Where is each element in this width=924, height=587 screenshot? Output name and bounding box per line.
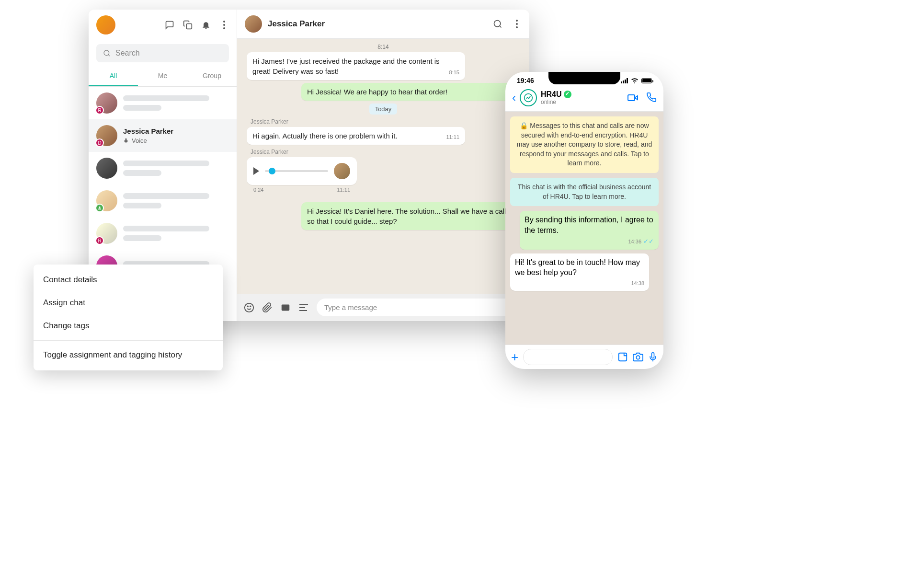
message-composer: Type a message (237, 294, 529, 321)
context-menu: Contact details Assign chat Change tags … (34, 265, 223, 370)
svg-point-11 (247, 306, 248, 307)
business-name: HR4U (541, 90, 562, 99)
business-avatar[interactable] (520, 89, 537, 106)
phone-messages: 🔒 Messages to this chat and calls are no… (505, 112, 663, 345)
chat-item[interactable] (89, 152, 237, 184)
phone-notch (548, 72, 620, 84)
svg-point-10 (245, 303, 253, 311)
svg-point-4 (104, 50, 109, 56)
tab-all[interactable]: All (89, 66, 138, 86)
message-out: Hi Jessica! We are happy to hear that or… (301, 83, 520, 101)
online-status: online (541, 99, 571, 105)
menu-change-tags[interactable]: Change tags (34, 314, 223, 337)
tab-group[interactable]: Group (187, 66, 237, 86)
badge: R (95, 106, 104, 115)
wifi-icon (631, 78, 639, 83)
menu-contact-details[interactable]: Contact details (34, 268, 223, 291)
signal-icon (621, 78, 628, 83)
conversation-title: Jessica Parker (268, 19, 325, 29)
chat-item[interactable] (89, 184, 237, 217)
search-input[interactable]: Search (96, 44, 229, 62)
sender-label: Jessica Parker (251, 118, 520, 125)
svg-point-2 (223, 24, 225, 26)
svg-point-3 (223, 27, 225, 29)
svg-rect-18 (628, 95, 635, 101)
messages-icon[interactable] (165, 20, 174, 30)
phone-chat-header: ‹ HR4U online (505, 86, 663, 112)
phone-mockup: 19:46 ‹ HR4U online 🔒 Messages to this c… (505, 72, 663, 369)
svg-rect-13 (282, 304, 290, 311)
svg-point-12 (250, 306, 251, 307)
camera-icon[interactable] (633, 352, 643, 362)
format-icon[interactable] (298, 302, 309, 313)
back-icon[interactable]: ‹ (512, 91, 516, 104)
phone-input[interactable] (523, 349, 613, 365)
voice-time: 11:11 (337, 187, 350, 193)
message-out: Hi Jessica! It's Daniel here. The soluti… (301, 202, 520, 230)
conversation: Jessica Parker 8:14 Hi James! I've just … (237, 10, 529, 321)
bell-icon[interactable] (201, 20, 211, 30)
search-icon[interactable] (493, 19, 502, 29)
svg-point-7 (516, 20, 518, 22)
voice-duration: 0:24 (253, 187, 263, 193)
mic-icon (123, 138, 129, 144)
badge: D (95, 138, 104, 147)
menu-divider (34, 340, 223, 341)
svg-point-5 (99, 207, 100, 208)
chat-item-selected[interactable]: D Jessica Parker Voice (89, 119, 237, 152)
mic-icon[interactable] (648, 352, 658, 362)
user-avatar[interactable] (96, 15, 115, 35)
read-ticks-icon: ✓✓ (643, 237, 654, 246)
voice-avatar (334, 163, 350, 179)
date-chip: Today (247, 104, 520, 115)
phone-icon[interactable] (646, 92, 657, 103)
menu-toggle-history[interactable]: Toggle assignment and tagging history (34, 344, 223, 367)
svg-point-9 (516, 26, 518, 28)
message-in: Hi James! I've just received the package… (247, 52, 465, 80)
conversation-avatar[interactable] (245, 15, 262, 33)
badge (95, 204, 104, 212)
svg-point-6 (494, 21, 501, 27)
voice-message[interactable] (247, 157, 357, 185)
status-time: 19:46 (517, 77, 534, 84)
chat-name: Jessica Parker (123, 127, 229, 135)
search-icon (103, 49, 111, 57)
play-icon[interactable] (253, 167, 259, 175)
emoji-icon[interactable] (244, 302, 254, 313)
svg-rect-19 (619, 353, 627, 361)
message-in: Hi again. Actually there is one problem … (247, 127, 465, 145)
phone-message-in: Hi! It's great to be in touch! How may w… (510, 253, 649, 291)
search-placeholder: Search (115, 49, 140, 58)
encryption-notice[interactable]: 🔒 Messages to this chat and calls are no… (510, 116, 659, 173)
svg-rect-0 (187, 24, 192, 29)
sticker-icon[interactable] (617, 352, 628, 362)
badge: R (95, 236, 104, 245)
chat-preview-label: Voice (132, 137, 147, 144)
copy-icon[interactable] (183, 20, 193, 30)
messages-area: 8:14 Hi James! I've just received the pa… (237, 39, 529, 294)
template-icon[interactable] (280, 302, 291, 313)
svg-point-8 (516, 23, 518, 25)
verified-icon (564, 91, 571, 98)
more-icon[interactable] (219, 20, 229, 30)
svg-point-1 (223, 21, 225, 23)
more-icon[interactable] (512, 19, 522, 29)
conversation-header: Jessica Parker (237, 10, 529, 39)
attach-icon[interactable] (262, 302, 273, 313)
chat-item[interactable]: R (89, 217, 237, 250)
chat-item[interactable]: R (89, 87, 237, 119)
sender-label: Jessica Parker (251, 149, 520, 155)
svg-point-20 (636, 356, 639, 359)
phone-composer: + (505, 345, 663, 369)
tab-me[interactable]: Me (138, 66, 187, 86)
plus-icon[interactable]: + (511, 350, 518, 365)
business-notice[interactable]: This chat is with the official business … (510, 178, 659, 206)
sidebar-header (89, 10, 237, 40)
message-time: 8:14 (247, 44, 520, 50)
menu-assign-chat[interactable]: Assign chat (34, 291, 223, 314)
video-icon[interactable] (627, 92, 639, 104)
battery-icon (641, 78, 652, 83)
phone-message-out: By sending this information, I agree to … (520, 211, 659, 250)
sidebar-tabs: All Me Group (89, 66, 237, 87)
message-input[interactable]: Type a message (317, 299, 523, 316)
